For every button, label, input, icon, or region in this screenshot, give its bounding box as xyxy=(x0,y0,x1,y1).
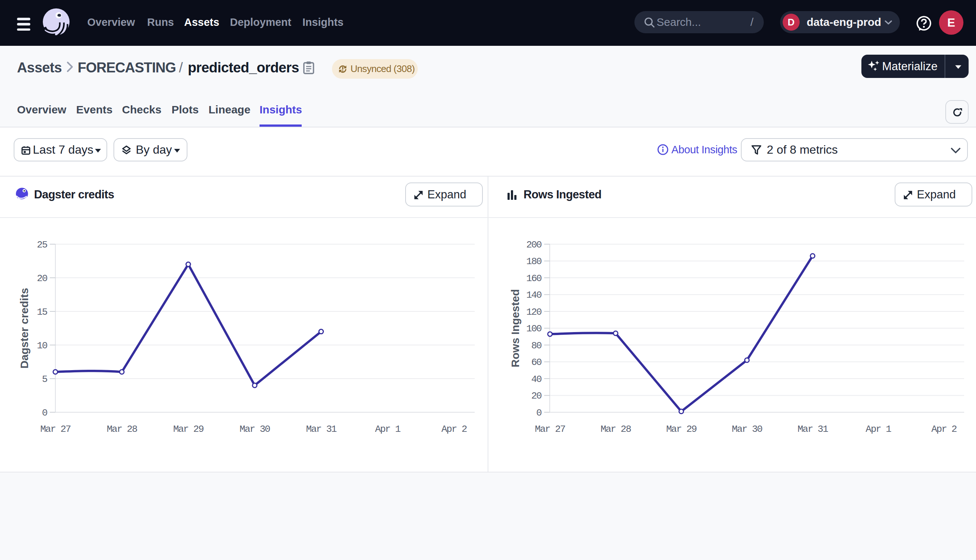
svg-text:60: 60 xyxy=(531,357,541,368)
svg-text:0: 0 xyxy=(536,407,541,418)
svg-text:180: 180 xyxy=(526,256,541,267)
svg-text:20: 20 xyxy=(37,273,47,284)
svg-text:Mar 30: Mar 30 xyxy=(732,424,762,435)
svg-text:Mar 29: Mar 29 xyxy=(173,424,203,435)
svg-text:Apr 1: Apr 1 xyxy=(866,424,891,435)
svg-text:Mar 27: Mar 27 xyxy=(535,424,565,435)
svg-text:0: 0 xyxy=(42,407,47,418)
svg-text:Mar 27: Mar 27 xyxy=(40,424,70,435)
svg-text:200: 200 xyxy=(526,239,541,250)
svg-text:100: 100 xyxy=(526,323,541,334)
svg-text:Mar 29: Mar 29 xyxy=(666,424,697,435)
svg-text:Rows Ingested: Rows Ingested xyxy=(509,289,521,368)
svg-text:25: 25 xyxy=(37,239,47,250)
svg-text:Mar 31: Mar 31 xyxy=(797,424,828,435)
svg-text:5: 5 xyxy=(42,374,47,385)
svg-text:120: 120 xyxy=(526,307,541,318)
svg-text:Dagster credits: Dagster credits xyxy=(18,288,30,368)
svg-text:Mar 28: Mar 28 xyxy=(600,424,631,435)
svg-text:160: 160 xyxy=(526,273,541,284)
svg-text:80: 80 xyxy=(531,340,541,351)
svg-text:15: 15 xyxy=(37,307,47,318)
svg-text:Apr 1: Apr 1 xyxy=(375,424,400,435)
svg-text:Apr 2: Apr 2 xyxy=(931,424,956,435)
svg-text:10: 10 xyxy=(37,340,47,351)
svg-text:140: 140 xyxy=(526,290,541,301)
svg-text:Mar 30: Mar 30 xyxy=(239,424,270,435)
svg-text:Mar 31: Mar 31 xyxy=(306,424,337,435)
svg-text:Mar 28: Mar 28 xyxy=(107,424,137,435)
svg-text:Apr 2: Apr 2 xyxy=(441,424,466,435)
svg-text:20: 20 xyxy=(531,390,541,402)
svg-text:40: 40 xyxy=(531,374,541,385)
